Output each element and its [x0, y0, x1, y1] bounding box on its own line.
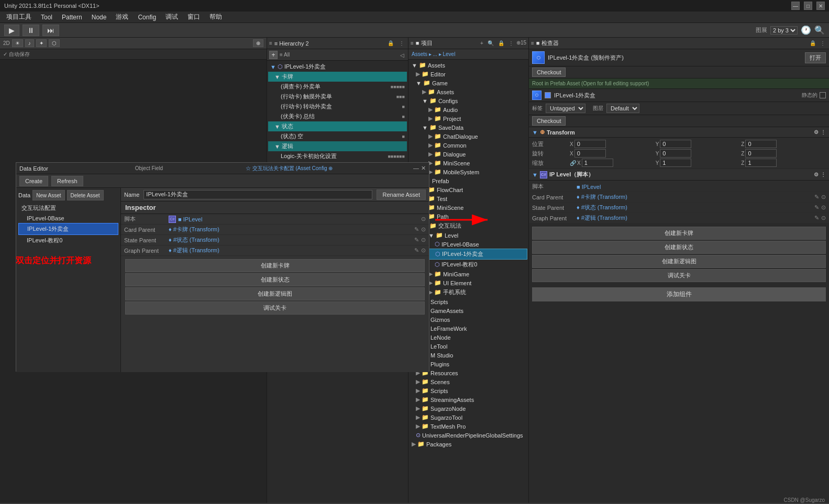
graph-parent-target-icon[interactable]: ⊙	[821, 215, 826, 221]
de-state-edit-icon[interactable]: ✎	[414, 237, 419, 243]
pause-button[interactable]: ⏸	[23, 25, 39, 36]
de-create-state-btn[interactable]: 创建新状态	[125, 273, 425, 286]
ip-level-settings-icon[interactable]: ⚙	[814, 172, 819, 177]
tree-assets[interactable]: ▼ 📁 Assets	[410, 61, 527, 70]
refresh-button[interactable]: Refresh	[51, 176, 83, 186]
hierarchy-add-btn[interactable]: +	[269, 51, 278, 59]
card-parent-target-icon[interactable]: ⊙	[821, 194, 826, 200]
transform-overflow-icon[interactable]: ⋮	[821, 129, 826, 135]
de-card-target-icon[interactable]: ⊙	[421, 226, 426, 233]
create-button[interactable]: Create	[19, 176, 48, 186]
new-asset-button[interactable]: New Asset	[32, 190, 64, 200]
de-graph-target-icon[interactable]: ⊙	[421, 247, 426, 254]
card-parent-value[interactable]: ♦ #卡牌 (Transform)	[577, 193, 812, 201]
scene-2d-btn[interactable]: 2D	[3, 40, 10, 46]
rot-x-input[interactable]	[574, 149, 606, 158]
de-item-tutorial[interactable]: IPLevel-教程0	[18, 235, 118, 246]
tree-item-state1[interactable]: (状态) 空 ■	[268, 131, 407, 141]
tree-scenes[interactable]: ▶ 📁 Scenes	[410, 377, 527, 386]
tree-urp[interactable]: ⊙ UniversalRenderPipelineGlobalSettings	[410, 431, 527, 440]
tree-item-card2[interactable]: (行动卡) 触摸外卖单 ■■■	[268, 92, 407, 102]
scene-light-btn[interactable]: ☀	[12, 39, 23, 47]
menu-item-node[interactable]: Node	[87, 13, 111, 22]
add-component-btn[interactable]: 添加组件	[532, 287, 826, 301]
script-field-value[interactable]: ■ IPLevel	[577, 184, 826, 190]
de-graph-edit-icon[interactable]: ✎	[414, 247, 419, 254]
transform-settings-icon[interactable]: ⚙	[814, 129, 819, 135]
play-button[interactable]: ▶	[4, 25, 19, 36]
menu-item-game[interactable]: 游戏	[112, 12, 132, 23]
project-add-btn[interactable]: +	[479, 40, 485, 47]
tree-item-logic[interactable]: ▼ 逻辑	[268, 141, 407, 151]
maximize-btn[interactable]: □	[804, 2, 812, 10]
ip-level-expand-icon[interactable]: ▼	[532, 172, 538, 178]
de-minus-btn[interactable]: —	[413, 165, 419, 172]
de-close-btn[interactable]: ✕	[421, 165, 426, 172]
de-item-config[interactable]: 交互玩法配置	[18, 203, 118, 214]
tree-common[interactable]: ▶ 📁 Common	[410, 141, 527, 150]
scene-fx-btn[interactable]: ✦	[36, 39, 47, 47]
tree-configs[interactable]: ▼ 📁 Configs	[410, 96, 527, 105]
scale-y-input[interactable]	[660, 159, 691, 167]
tree-editor[interactable]: ▶ 📁 Editor	[410, 70, 527, 79]
de-script-value[interactable]: ■ IPLevel	[178, 216, 419, 222]
create-state-btn-insp[interactable]: 创建新状态	[532, 241, 826, 254]
de-item-1selected[interactable]: IPLevel-1外卖盒	[18, 223, 118, 235]
hierarchy-menu-icon[interactable]: ≡	[269, 40, 272, 46]
name-input[interactable]	[143, 190, 372, 199]
search-icon[interactable]: 🔍	[814, 25, 825, 35]
layout-select[interactable]: 2 by 3	[770, 26, 798, 35]
layer-select[interactable]: Default	[606, 104, 639, 113]
de-create-logic-btn[interactable]: 创建新逻辑图	[125, 287, 425, 300]
transform-expand-icon[interactable]: ▼	[532, 129, 538, 136]
de-create-card-btn[interactable]: 创建新卡牌	[125, 259, 425, 272]
tree-streaming[interactable]: ▶ 📁 StreamingAssets	[410, 395, 527, 404]
delete-asset-button[interactable]: Delete Asset	[67, 190, 104, 200]
checkout-button-1[interactable]: Checkout	[532, 68, 566, 77]
window-controls[interactable]: — □ ✕	[791, 2, 825, 10]
hierarchy-collapse-btn[interactable]: ◁	[399, 52, 406, 59]
tree-item-card3[interactable]: (行动卡) 转动外卖盒 ■	[268, 102, 407, 111]
inspector-menu-icon[interactable]: ≡	[531, 40, 534, 46]
tree-dialogue[interactable]: ▶ 📁 Dialogue	[410, 150, 527, 159]
menu-item-pattern[interactable]: Pattern	[58, 13, 86, 22]
tree-savedata[interactable]: ▼ 📁 SaveData	[410, 123, 527, 132]
hierarchy-lock-icon[interactable]: 🔒	[386, 40, 395, 47]
tree-item-logic1[interactable]: Logic-关卡初始化设置 ■■■■■■	[268, 151, 407, 161]
de-card-edit-icon[interactable]: ✎	[414, 226, 419, 233]
menu-item-tool[interactable]: Tool	[37, 13, 57, 22]
de-state-target-icon[interactable]: ⊙	[421, 237, 426, 243]
create-card-btn-insp[interactable]: 创建新卡牌	[532, 227, 826, 240]
pos-x-input[interactable]	[574, 140, 606, 148]
menu-item-config[interactable]: Config	[134, 13, 160, 22]
de-graph-parent-value[interactable]: ♦ #逻辑 (Transform)	[169, 247, 412, 254]
tree-item-root[interactable]: ▼ ⬡ IPLevel-1外卖盒	[268, 62, 407, 72]
pos-y-input[interactable]	[660, 140, 691, 148]
history-icon[interactable]: 🕐	[801, 25, 811, 35]
state-parent-target-icon[interactable]: ⊙	[821, 204, 826, 211]
rot-z-input[interactable]	[745, 149, 777, 158]
menu-item-help[interactable]: 帮助	[205, 12, 226, 23]
tree-item-cards[interactable]: ▼ 卡牌	[268, 72, 407, 82]
state-parent-value[interactable]: ♦ #状态 (Transform)	[577, 204, 812, 211]
scale-z-input[interactable]	[745, 159, 777, 167]
scene-audio-btn[interactable]: ♪	[25, 39, 34, 47]
create-logic-btn-insp[interactable]: 创建新逻辑图	[532, 255, 826, 268]
step-button[interactable]: ⏭	[42, 25, 59, 36]
tree-chatdialogue[interactable]: ▶ 📁 ChatDialogue	[410, 132, 527, 141]
state-parent-edit-icon[interactable]: ✎	[814, 204, 819, 211]
graph-parent-value[interactable]: ♦ #逻辑 (Transform)	[577, 214, 812, 222]
scene-sky-btn[interactable]: ⬡	[49, 39, 60, 47]
card-parent-edit-icon[interactable]: ✎	[814, 194, 819, 200]
menu-item-debug[interactable]: 调试	[161, 12, 182, 23]
asset-config-label[interactable]: ☆ 交互玩法关卡配置 (Asset Config ⊕	[246, 165, 333, 172]
scale-x-input[interactable]	[582, 159, 613, 167]
tree-audio[interactable]: ▶ 📁 Audio	[410, 105, 527, 114]
checkout-button-2[interactable]: Checkout	[532, 116, 566, 126]
inspector-more-btn[interactable]: ⋮	[819, 40, 827, 47]
project-menu-icon[interactable]: ≡	[411, 40, 414, 46]
de-script-target-icon[interactable]: ⊙	[421, 216, 426, 222]
tree-sugarzotool[interactable]: ▶ 📁 SugarzoTool	[410, 413, 527, 422]
tree-game[interactable]: ▼ 📁 Game	[410, 79, 527, 87]
ip-level-overflow-icon[interactable]: ⋮	[821, 172, 826, 177]
